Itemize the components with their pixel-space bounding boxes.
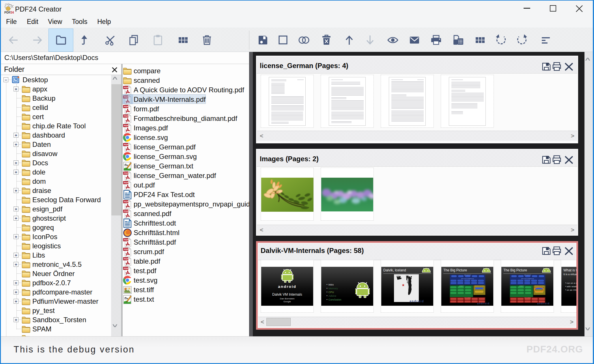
svg-text:PDF: PDF [4,11,11,14]
svg-text:ANDROID RUNTIME: ANDROID RUNTIME [535,286,544,287]
svg-text:APPLICATION FRAMEWORK: APPLICATION FRAMEWORK [461,278,474,279]
svg-text:24: 24 [10,11,14,14]
svg-text:ANDROID RUNTIME: ANDROID RUNTIME [475,286,484,287]
svg-text:APPLICATION FRAMEWORK: APPLICATION FRAMEWORK [521,278,534,279]
